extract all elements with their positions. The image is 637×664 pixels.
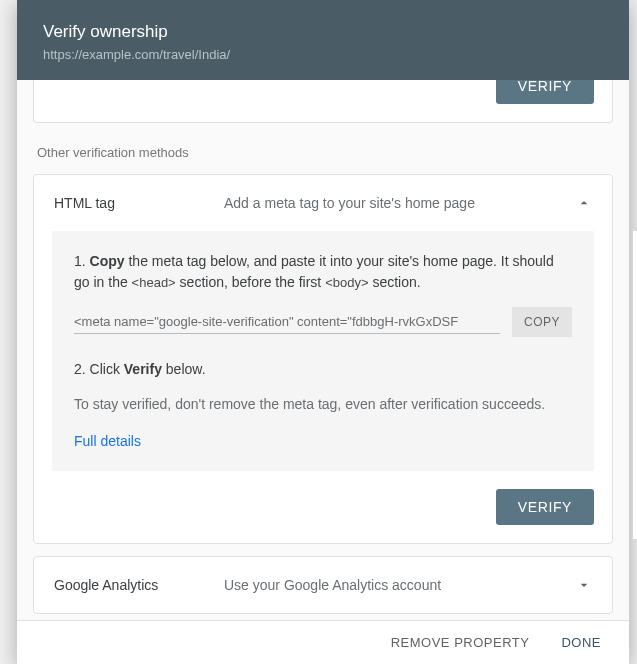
dialog-header: Verify ownership https://example.com/tra… (17, 0, 629, 80)
dialog-body[interactable]: VERIFY Other verification methods HTML t… (17, 80, 629, 620)
full-details-link[interactable]: Full details (74, 433, 141, 449)
chevron-down-icon (576, 577, 592, 593)
stay-verified-note: To stay verified, don't remove the meta … (74, 394, 572, 415)
html-tag-card: HTML tag Add a meta tag to your site's h… (33, 174, 613, 544)
other-methods-label: Other verification methods (37, 145, 613, 160)
verify-button[interactable]: VERIFY (496, 489, 594, 525)
meta-tag-field[interactable]: <meta name="google-site-verification" co… (74, 310, 500, 334)
background-panel-edge (633, 230, 637, 540)
copy-button[interactable]: COPY (512, 307, 572, 337)
method-name: Google Analytics (54, 577, 224, 593)
dialog-title: Verify ownership (43, 22, 603, 42)
method-desc: Add a meta tag to your site's home page (224, 195, 576, 211)
meta-tag-row: <meta name="google-site-verification" co… (74, 307, 572, 337)
done-button[interactable]: DONE (561, 635, 601, 650)
google-analytics-header[interactable]: Google Analytics Use your Google Analyti… (34, 557, 612, 613)
verify-row: VERIFY (34, 489, 612, 543)
html-tag-panel: 1. Copy the meta tag below, and paste it… (52, 231, 594, 471)
method-name: HTML tag (54, 195, 224, 211)
method-desc: Use your Google Analytics account (224, 577, 576, 593)
step-2-text: 2. Click Verify below. (74, 359, 572, 380)
html-tag-header[interactable]: HTML tag Add a meta tag to your site's h… (34, 175, 612, 231)
verify-button[interactable]: VERIFY (496, 80, 594, 104)
verify-ownership-dialog: Verify ownership https://example.com/tra… (17, 0, 629, 664)
previous-method-card-partial: VERIFY (33, 80, 613, 123)
chevron-up-icon (576, 195, 592, 211)
step-1-text: 1. Copy the meta tag below, and paste it… (74, 251, 572, 293)
google-analytics-card: Google Analytics Use your Google Analyti… (33, 556, 613, 614)
dialog-footer: REMOVE PROPERTY DONE (17, 620, 629, 664)
remove-property-button[interactable]: REMOVE PROPERTY (391, 635, 530, 650)
dialog-url: https://example.com/travel/India/ (43, 47, 603, 62)
